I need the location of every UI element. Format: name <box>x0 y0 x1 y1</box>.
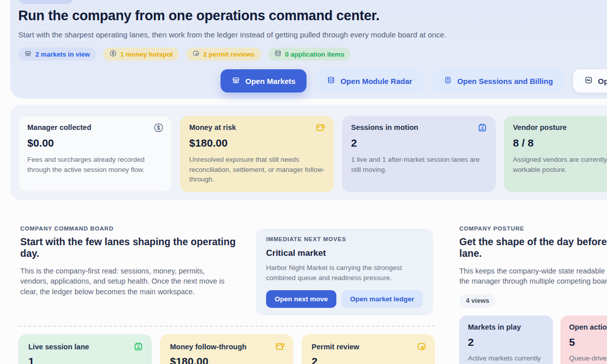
command-board-eyebrow: COMPANY COMMAND BOARD <box>20 225 248 232</box>
posture-card-description: Active markets currently inside the comp… <box>468 353 544 364</box>
operations-command-page: Run the company from one operations comm… <box>0 0 607 364</box>
activity-icon <box>584 76 593 86</box>
dashed-divider <box>18 326 435 327</box>
wallet-icon <box>315 122 326 135</box>
page-title: Run the company from one operations comm… <box>18 7 607 24</box>
posture-body-line: the manager through multiple competing b… <box>459 276 607 287</box>
command-board-column: COMPANY COMMAND BOARD Start with the few… <box>18 225 435 364</box>
stat-title: Manager collected <box>27 123 163 131</box>
chip-label: 1 money hotspot <box>120 51 173 58</box>
lane-value: 2 <box>312 355 425 364</box>
chip-label: 0 application items <box>285 51 344 58</box>
open-next-move-button[interactable]: Open next move <box>266 290 336 308</box>
open-market-ledger-button[interactable]: Open market ledger <box>341 290 423 308</box>
button-label: Open Module Radar <box>340 77 412 85</box>
command-board-body-line: vendors, applications, and setup health.… <box>20 276 248 287</box>
permit-badge-icon <box>192 50 200 59</box>
open-module-radar-button[interactable]: Open Module Radar <box>316 69 423 93</box>
company-posture-column: COMPANY POSTURE Get the shape of the day… <box>459 225 607 364</box>
lane-title: Money follow-through <box>170 343 283 351</box>
stat-description: 1 live and 1 after-market session lanes … <box>351 155 487 174</box>
database-icon <box>274 50 282 59</box>
terminal-icon <box>444 76 452 86</box>
posture-card-description: Queue-driven work that is still visible … <box>569 353 607 364</box>
chip-label: 2 permit reviews <box>203 51 255 58</box>
chip-label: 2 markets in view <box>35 51 90 58</box>
posture-card-value: 2 <box>468 336 544 348</box>
command-board-body-line: This is the company-first read: sessions… <box>20 266 248 277</box>
main-section: COMPANY COMMAND BOARD Start with the few… <box>18 225 607 364</box>
open-setup-health-button[interactable]: Open Setup Health <box>573 69 607 93</box>
command-board-row: COMPANY COMMAND BOARD Start with the few… <box>18 225 435 315</box>
stat-description: Unresolved exposure that still needs rec… <box>189 155 325 185</box>
lane-card-money-follow-through: Money follow-through $180.00 <box>160 334 293 364</box>
posture-card-open-actions: Open actions 5 Queue-driven work that is… <box>560 315 607 364</box>
stat-title: Sessions in motion <box>351 123 487 131</box>
chip-application-items: 0 application items <box>268 48 351 61</box>
storefront-icon <box>232 76 240 86</box>
button-label: Open Setup Health <box>598 77 607 85</box>
database-icon <box>327 76 335 86</box>
page-subtitle: Start with the sharpest operating lanes,… <box>18 30 607 39</box>
lane-title: Permit review <box>312 343 425 351</box>
command-board-intro: COMPANY COMMAND BOARD Start with the few… <box>18 225 248 315</box>
heading-line: Get the shape of the day before picking … <box>459 236 607 248</box>
next-moves-actions: Open next move Open market ledger <box>266 290 423 308</box>
hero-top-badge <box>18 0 74 4</box>
views-count-badge: 4 views <box>459 294 496 307</box>
svg-text:8: 8 <box>138 344 140 348</box>
lane-value: $180.00 <box>170 355 283 364</box>
hero-panel: Run the company from one operations comm… <box>10 0 607 99</box>
stat-card-sessions-in-motion: Sessions in motion 8 2 1 live and 1 afte… <box>342 116 496 192</box>
open-markets-button[interactable]: Open Markets <box>221 69 307 93</box>
stat-value: 8 / 8 <box>513 137 607 149</box>
command-board-heading: Start with the few lanes shaping the ope… <box>20 236 248 260</box>
button-label: Open Markets <box>245 77 295 85</box>
stat-description: Fees and surcharges already recorded thr… <box>27 155 163 174</box>
permit-badge-icon <box>416 341 427 354</box>
posture-card-title: Markets in play <box>468 323 544 331</box>
next-moves-title: Critical market <box>266 248 423 258</box>
posture-body-line: This keeps the company-wide state readab… <box>459 266 607 277</box>
lane-value: 1 <box>28 355 142 364</box>
wallet-icon <box>275 341 285 354</box>
lane-card-permit-review: Permit review 2 <box>301 334 435 364</box>
open-sessions-billing-button[interactable]: Open Sessions and Billing <box>432 69 564 93</box>
stat-description: Assigned vendors are currently in a work… <box>513 155 607 174</box>
next-moves-body: Harbor Night Market is carrying the stro… <box>266 263 420 283</box>
button-label: Open Sessions and Billing <box>457 77 553 85</box>
svg-text:8: 8 <box>482 126 484 129</box>
storefront-icon <box>24 50 32 59</box>
next-moves-eyebrow: IMMEDIATE NEXT MOVES <box>266 236 423 242</box>
chip-permit-reviews: 2 permit reviews <box>186 48 261 61</box>
circle-dollar-icon <box>153 122 164 135</box>
dashboard-viewport: Run the company from one operations comm… <box>0 0 607 364</box>
stat-card-vendor-posture: Vendor posture 8 / 8 Assigned vendors ar… <box>504 116 607 192</box>
calendar-icon: 8 <box>133 341 144 354</box>
hero-action-row: Open Markets Open Module Radar Open Sess… <box>221 69 607 93</box>
heading-line: lane. <box>459 248 607 260</box>
posture-card-title: Open actions <box>569 323 607 331</box>
posture-card-value: 5 <box>569 336 607 348</box>
chip-markets-in-view: 2 markets in view <box>18 48 96 61</box>
stat-value: $0.00 <box>27 137 163 149</box>
stat-title: Money at risk <box>189 123 325 131</box>
heading-line: Start with the few lanes shaping the ope… <box>20 236 248 248</box>
stat-card-money-at-risk: Money at risk $180.00 Unresolved exposur… <box>180 116 334 192</box>
chip-money-hotspot: 1 money hotspot <box>103 48 179 61</box>
posture-heading: Get the shape of the day before picking … <box>459 236 607 260</box>
heading-line: day. <box>20 248 248 260</box>
stat-value: $180.00 <box>189 137 325 149</box>
posture-card-row: Markets in play 2 Active markets current… <box>459 315 607 364</box>
lane-title: Live session lane <box>28 343 142 351</box>
stats-summary-row: Manager collected $0.00 Fees and surchar… <box>10 105 607 200</box>
stat-title: Vendor posture <box>513 123 607 131</box>
circle-dollar-icon <box>109 50 117 59</box>
status-chip-row: 2 markets in view 1 money hotspot 2 perm… <box>18 48 607 61</box>
lane-card-live-session: Live session lane 8 1 <box>18 334 152 364</box>
stat-card-manager-collected: Manager collected $0.00 Fees and surchar… <box>18 116 172 192</box>
posture-eyebrow: COMPANY POSTURE <box>459 225 607 232</box>
posture-card-markets-in-play: Markets in play 2 Active markets current… <box>459 315 553 364</box>
command-board-body-line: clear, the ledger below becomes the main… <box>20 287 248 297</box>
immediate-next-moves-card: IMMEDIATE NEXT MOVES Critical market Har… <box>256 229 433 315</box>
